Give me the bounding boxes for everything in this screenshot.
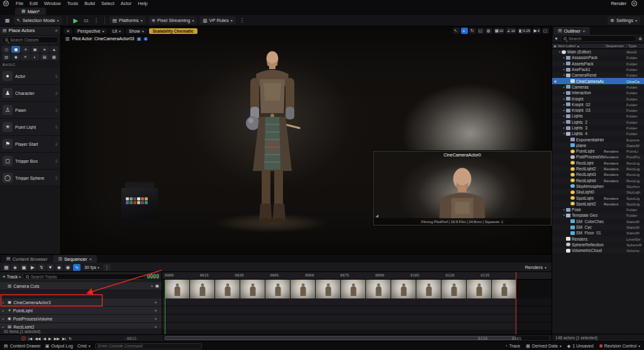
camera-cuts-thumbnail[interactable] bbox=[190, 280, 214, 298]
vp-rules-dropdown[interactable]: ▥ VP Rules ▾ bbox=[199, 16, 235, 25]
outliner-row[interactable]: SkyLight0 SkyLigh bbox=[552, 189, 644, 195]
outliner-row[interactable]: ▸ Interaction Folder bbox=[552, 90, 644, 96]
playback-start-marker[interactable] bbox=[165, 280, 165, 334]
outliner-row[interactable]: Renders LevelSe bbox=[552, 236, 644, 242]
outliner-row[interactable]: RectLight Renders RectLig bbox=[552, 160, 644, 166]
unsaved-button[interactable]: ◆ 1 Unsaved bbox=[567, 344, 594, 349]
find-in-content-browser-icon[interactable]: ◈ bbox=[11, 264, 19, 271]
shapes-category-icon[interactable]: ◆ bbox=[11, 53, 20, 60]
show-dropdown[interactable]: Show ▾ bbox=[126, 28, 147, 34]
outliner-row[interactable]: ▸ Lights Folder bbox=[552, 113, 644, 119]
outliner-row[interactable]: PostProcessVolume Renders PostPro bbox=[552, 154, 644, 160]
level-viewport[interactable]: CineCameraActor0 ◢ Filming PilotPerf | 1… bbox=[61, 26, 552, 254]
drag-handle-icon[interactable]: ⠿ bbox=[55, 74, 58, 79]
camera-cuts-thumbnail[interactable] bbox=[467, 280, 491, 298]
outliner-row[interactable]: SM_Floor_01 StaticM bbox=[552, 230, 644, 236]
range-slider[interactable] bbox=[162, 336, 549, 340]
track-search[interactable]: Search Tracks bbox=[23, 273, 145, 280]
pilot-camera-icon[interactable]: ▥ bbox=[65, 36, 70, 41]
viewport-options-icon[interactable]: ≡ bbox=[64, 28, 72, 34]
add-section-icon[interactable]: + bbox=[154, 324, 157, 329]
place-actor-item[interactable]: ♙ Pawn ⠿ bbox=[0, 102, 60, 119]
timeline-track-lane[interactable] bbox=[162, 298, 552, 306]
auto-key-icon[interactable]: ◉ bbox=[64, 264, 72, 271]
track-expand-icon[interactable]: ▸ bbox=[3, 325, 6, 329]
timeline-area[interactable]: 0000001500300045006000750090010501200135 bbox=[162, 272, 552, 334]
close-icon[interactable]: × bbox=[55, 28, 58, 33]
close-icon[interactable]: × bbox=[582, 28, 586, 34]
coordinate-system-icon[interactable]: ◍ bbox=[486, 28, 492, 34]
outliner-row[interactable]: SM_ColorChecker StaticM bbox=[552, 219, 644, 224]
outliner-row[interactable]: ▸ Lights_3 Folder bbox=[552, 125, 644, 131]
camera-cuts-thumbnail[interactable] bbox=[240, 280, 265, 298]
recent-category-icon[interactable]: ◷ bbox=[2, 46, 11, 53]
output-log-button[interactable]: ▣ Output Log bbox=[45, 344, 73, 349]
sequencer-track[interactable]: ▸ ◉ PostProcessVolume + bbox=[0, 315, 162, 323]
platforms-dropdown[interactable]: ▤ Platforms ▾ bbox=[109, 16, 146, 25]
track-expand-icon[interactable]: ▸ bbox=[3, 317, 6, 320]
play-forward-button[interactable]: ▶ bbox=[48, 336, 52, 341]
timeline-ruler[interactable]: 0000001500300045006000750090010501200135 bbox=[162, 272, 552, 280]
play-options-kebab-icon[interactable]: ⋮ bbox=[92, 18, 100, 23]
place-actor-item[interactable]: ☀ Point Light ⠿ bbox=[0, 119, 60, 136]
geometry-category-icon[interactable]: ▲ bbox=[50, 46, 58, 53]
drag-handle-icon[interactable]: ⠿ bbox=[55, 176, 58, 180]
camera-cuts-thumbnail[interactable] bbox=[341, 280, 365, 298]
range-slider-thumb[interactable] bbox=[164, 336, 516, 340]
outliner-row[interactable]: SpotLight2 Renders SpotLig bbox=[552, 201, 644, 207]
toggle-cinematic-icon[interactable]: ▣ bbox=[136, 36, 141, 41]
outliner-row[interactable]: ▾ Main (Editor) World bbox=[552, 49, 644, 55]
save-icon[interactable]: ▦ bbox=[3, 264, 10, 271]
place-actor-item[interactable]: ● Actor ⠿ bbox=[0, 68, 60, 85]
cinematic-category-icon[interactable]: ▣ bbox=[31, 46, 40, 53]
close-icon[interactable]: × bbox=[89, 256, 92, 262]
fps-dropdown[interactable]: 30 fps ▾ bbox=[82, 265, 102, 270]
menubar-item[interactable]: Select bbox=[98, 1, 118, 6]
outliner-row[interactable]: ▸ AssassinPack Folder bbox=[552, 55, 644, 60]
keyframe-options-icon[interactable]: ◆ bbox=[55, 264, 63, 271]
settings-dropdown[interactable]: ⊛ Settings ▾ bbox=[608, 16, 640, 25]
color-checker-case[interactable] bbox=[121, 182, 158, 219]
timeline-track-lane[interactable] bbox=[162, 307, 552, 314]
revision-control-button[interactable]: Revision Control ▾ bbox=[599, 344, 640, 348]
scalability-badge[interactable]: Scalability Cinematic bbox=[149, 28, 197, 34]
outliner-row[interactable]: ▸ AssetsPack Folder bbox=[552, 61, 644, 67]
loop-button[interactable]: ↻ bbox=[69, 336, 72, 341]
record-button[interactable]: ● bbox=[21, 336, 26, 341]
sequencer-binding[interactable]: Renders bbox=[604, 196, 626, 200]
vfx-category-icon[interactable]: ∗ bbox=[40, 46, 49, 53]
tab-outliner[interactable]: ▤ Outliner × bbox=[553, 27, 590, 35]
camera-cuts-thumbnail[interactable] bbox=[441, 280, 466, 298]
create-camera-icon[interactable]: ▣ bbox=[20, 264, 28, 271]
camera-cuts-thumbnail[interactable] bbox=[391, 280, 416, 298]
fast-forward-button[interactable]: ▶▶ bbox=[54, 336, 60, 341]
place-actor-item[interactable]: ♟ Character ⠿ bbox=[0, 85, 60, 102]
sequencer-binding[interactable]: Renders bbox=[604, 178, 626, 183]
rotate-tool-icon[interactable]: ↻ bbox=[469, 28, 476, 34]
sequencer-track[interactable]: ▸ ▣ CineCameraActor3 + bbox=[0, 298, 162, 307]
add-section-icon[interactable]: + bbox=[150, 283, 153, 289]
drag-handle-icon[interactable]: ⠿ bbox=[55, 142, 58, 146]
play-reverse-frame-button[interactable]: ◀◀ bbox=[35, 336, 40, 341]
trace-button[interactable]: ◔ Trace bbox=[504, 344, 520, 348]
derived-data-button[interactable]: ▦ Derived Data ▾ bbox=[526, 344, 562, 349]
scale-tool-icon[interactable]: ◱ bbox=[477, 28, 484, 34]
basic-category-icon[interactable]: ◼ bbox=[11, 46, 20, 53]
play-mode-icon[interactable]: ▭ bbox=[82, 18, 90, 23]
play-reverse-button[interactable]: ◀ bbox=[43, 336, 46, 341]
outliner-row[interactable]: ▸ AxePack1 Folder bbox=[552, 67, 644, 72]
playback-options-icon[interactable]: ⋮ bbox=[103, 264, 111, 271]
maximize-viewport-icon[interactable]: ▢ bbox=[542, 28, 549, 34]
place-actors-search[interactable]: Search Classes bbox=[2, 36, 58, 43]
outliner-row[interactable]: ▸ Pose Folder bbox=[552, 207, 644, 212]
drag-handle-icon[interactable]: ⠿ bbox=[55, 125, 58, 129]
column-sequencer[interactable]: Sequencer bbox=[604, 44, 626, 48]
timeline-track-lane[interactable] bbox=[162, 323, 552, 331]
camera-cuts-thumbnail[interactable] bbox=[265, 280, 290, 298]
playback-end-marker[interactable] bbox=[516, 272, 516, 334]
grid-category-icon[interactable]: ▦ bbox=[50, 53, 58, 60]
outliner-row[interactable]: ◉ CineCameraActor0 CineCa bbox=[552, 78, 644, 84]
sequencer-track[interactable]: ▸ ☀ PointLight + bbox=[0, 307, 162, 315]
outliner-row[interactable]: ExponentialHeightFog Expone bbox=[552, 136, 644, 142]
go-to-front-button[interactable]: |◀ bbox=[28, 336, 32, 341]
